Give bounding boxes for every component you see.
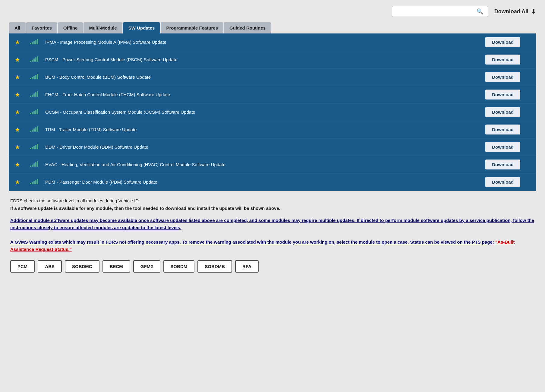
search-input[interactable] [395, 9, 477, 14]
star-cell: ★ [9, 103, 26, 121]
download-button[interactable]: Download [485, 37, 520, 47]
module-name: OCSM - Occupant Classification System Mo… [42, 103, 470, 121]
info-warning: Additional module software updates may b… [10, 217, 535, 231]
star-cell: ★ [9, 68, 26, 86]
download-button[interactable]: Download [485, 125, 520, 134]
module-button-gfm2[interactable]: GFM2 [133, 260, 160, 273]
table-row: ★ PSCM - Power Steering Control Module (… [9, 51, 536, 68]
signal-cell [26, 173, 42, 191]
download-cell: Download [470, 156, 536, 173]
module-name: BCM - Body Control Module (BCM) Software… [42, 68, 470, 86]
info-line1: FDRS checks the software level in all mo… [10, 198, 535, 203]
search-icon: 🔍 [477, 8, 483, 15]
module-name: DDM - Driver Door Module (DDM) Software … [42, 138, 470, 156]
table-row: ★ HVAC - Heating, Ventilation and Air Co… [9, 156, 536, 173]
signal-icon [30, 56, 38, 62]
table-row: ★ TRM - Trailer Module (TRM) Software Up… [9, 121, 536, 138]
signal-cell [26, 68, 42, 86]
signal-cell [26, 121, 42, 138]
download-cell: Download [470, 33, 536, 51]
download-button[interactable]: Download [485, 90, 520, 100]
download-cell: Download [470, 138, 536, 156]
module-button-sobdm[interactable]: SOBDM [163, 260, 195, 273]
star-icon[interactable]: ★ [15, 144, 20, 150]
tab-programmable-features[interactable]: Programmable Features [161, 22, 223, 33]
signal-cell [26, 33, 42, 51]
download-all-button[interactable]: Download All ⬇ [494, 8, 536, 15]
star-icon[interactable]: ★ [15, 91, 20, 98]
signal-icon [30, 161, 38, 167]
star-cell: ★ [9, 138, 26, 156]
download-cell: Download [470, 103, 536, 121]
download-cell: Download [470, 51, 536, 68]
star-cell: ★ [9, 51, 26, 68]
table-row: ★ IPMA - Image Processing Module A (IPMA… [9, 33, 536, 51]
module-name: FHCM - Front Hatch Control Module (FHCM)… [42, 86, 470, 103]
module-name: IPMA - Image Processing Module A (IPMA) … [42, 33, 470, 51]
download-cell: Download [470, 173, 536, 191]
module-button-becm[interactable]: BECM [102, 260, 130, 273]
signal-icon [30, 144, 38, 149]
star-icon[interactable]: ★ [15, 39, 20, 46]
tab-sw-updates[interactable]: SW Updates [123, 22, 160, 33]
module-name: PSCM - Power Steering Control Module (PS… [42, 51, 470, 68]
tab-bar: All Favorites Offline Multi-Module SW Up… [9, 22, 536, 33]
star-icon[interactable]: ★ [15, 74, 20, 81]
signal-cell [26, 138, 42, 156]
tab-all[interactable]: All [9, 22, 26, 33]
download-button[interactable]: Download [485, 160, 520, 169]
search-container: 🔍 [392, 6, 488, 17]
tab-favorites[interactable]: Favorites [26, 22, 57, 33]
star-icon[interactable]: ★ [15, 179, 20, 185]
download-all-label: Download All [494, 8, 528, 15]
info-line2: If a software update is available for an… [10, 206, 535, 211]
info-gvms: A GVMS Warning exists which may result i… [10, 239, 535, 253]
signal-cell [26, 51, 42, 68]
signal-icon [30, 179, 38, 184]
star-icon[interactable]: ★ [15, 161, 20, 168]
signal-cell [26, 156, 42, 173]
download-all-icon: ⬇ [531, 8, 536, 15]
table-row: ★ FHCM - Front Hatch Control Module (FHC… [9, 86, 536, 103]
star-cell: ★ [9, 173, 26, 191]
signal-icon [30, 74, 38, 79]
module-name: PDM - Passenger Door Module (PDM) Softwa… [42, 173, 470, 191]
signal-icon [30, 109, 38, 114]
gvms-text-part1: A GVMS Warning exists which may result i… [10, 239, 495, 245]
star-cell: ★ [9, 33, 26, 51]
star-cell: ★ [9, 121, 26, 138]
module-button-sobdmc[interactable]: SOBDMC [65, 260, 99, 273]
tab-guided-routines[interactable]: Guided Routines [224, 22, 271, 33]
signal-icon [30, 126, 38, 132]
download-button[interactable]: Download [485, 55, 520, 65]
download-button[interactable]: Download [485, 72, 520, 82]
module-name: HVAC - Heating, Ventilation and Air Cond… [42, 156, 470, 173]
module-button-pcm[interactable]: PCM [10, 260, 35, 273]
star-icon[interactable]: ★ [15, 56, 20, 63]
download-cell: Download [470, 68, 536, 86]
signal-icon [30, 91, 38, 97]
signal-cell [26, 103, 42, 121]
table-row: ★ DDM - Driver Door Module (DDM) Softwar… [9, 138, 536, 156]
download-button[interactable]: Download [485, 177, 520, 187]
module-button-abs[interactable]: ABS [38, 260, 62, 273]
tab-multi-module[interactable]: Multi-Module [83, 22, 122, 33]
download-button[interactable]: Download [485, 107, 520, 117]
info-section: FDRS checks the software level in all mo… [9, 198, 536, 273]
star-cell: ★ [9, 156, 26, 173]
tab-offline[interactable]: Offline [58, 22, 83, 33]
download-cell: Download [470, 121, 536, 138]
star-icon[interactable]: ★ [15, 109, 20, 115]
signal-cell [26, 86, 42, 103]
module-name: TRM - Trailer Module (TRM) Software Upda… [42, 121, 470, 138]
table-row: ★ BCM - Body Control Module (BCM) Softwa… [9, 68, 536, 86]
module-button-rfa[interactable]: RFA [235, 260, 259, 273]
table-row: ★ PDM - Passenger Door Module (PDM) Soft… [9, 173, 536, 191]
table-row: ★ OCSM - Occupant Classification System … [9, 103, 536, 121]
star-icon[interactable]: ★ [15, 126, 20, 133]
download-cell: Download [470, 86, 536, 103]
module-button-sobdmb[interactable]: SOBDMB [197, 260, 232, 273]
sw-updates-table: ★ IPMA - Image Processing Module A (IPMA… [9, 33, 536, 191]
download-button[interactable]: Download [485, 142, 520, 152]
top-bar: 🔍 Download All ⬇ [9, 6, 536, 17]
